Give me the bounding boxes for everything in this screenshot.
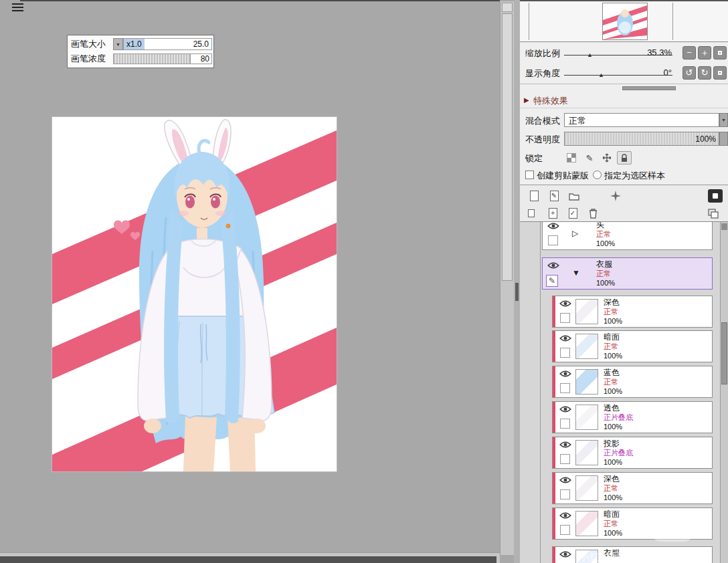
delete-layer-icon[interactable] bbox=[585, 207, 600, 220]
lock-all-icon[interactable] bbox=[617, 151, 632, 164]
blend-mode-select[interactable]: 正常 bbox=[564, 113, 719, 127]
layer-row-head[interactable]: ▷ 头 正常 100% bbox=[542, 222, 713, 250]
opacity-slider[interactable]: 100% bbox=[564, 132, 719, 146]
layer-thumbnail[interactable] bbox=[575, 369, 598, 395]
zoom-slider-marker-icon[interactable]: ▲ bbox=[587, 51, 593, 58]
new-folder-icon[interactable] bbox=[567, 189, 581, 203]
angle-slider-marker-icon[interactable]: ▲ bbox=[598, 72, 604, 78]
visibility-eye-icon[interactable] bbox=[559, 550, 571, 558]
zoom-out-button[interactable]: − bbox=[682, 46, 696, 60]
layer-mask-thumbnail[interactable] bbox=[548, 235, 558, 245]
layer-row-blue[interactable]: 蓝色 正常 100% bbox=[552, 366, 713, 398]
panel-splitter[interactable] bbox=[514, 0, 520, 563]
effects-expand-icon[interactable]: ▶ bbox=[524, 96, 529, 104]
layer-list-scrollbar[interactable] bbox=[720, 222, 728, 563]
layer-scroll-thumb[interactable] bbox=[721, 322, 727, 384]
rotate-cw-button[interactable]: ↻ bbox=[698, 66, 711, 80]
navigator-thumbnail[interactable] bbox=[602, 3, 648, 40]
lock-move-icon[interactable] bbox=[600, 151, 614, 164]
zoom-reset-button[interactable] bbox=[713, 46, 727, 60]
layer-row-shadow[interactable]: 投影 正片叠底 100% bbox=[552, 437, 713, 469]
layer-row-shade1[interactable]: 暗面 正常 100% bbox=[552, 330, 713, 362]
angle-reset-button[interactable] bbox=[713, 66, 727, 80]
layer-thumbnail[interactable] bbox=[575, 440, 598, 465]
edit-target-pencil-icon[interactable]: ✎ bbox=[546, 275, 558, 287]
splitter-handle[interactable] bbox=[515, 283, 519, 301]
brush-size-value[interactable]: 25.0 bbox=[193, 39, 211, 49]
layer-mask-thumbnail[interactable] bbox=[560, 348, 570, 358]
layer-mask-thumbnail[interactable] bbox=[560, 454, 570, 464]
layer-row-clothes-folder[interactable]: ✎ ▼ 衣服 正常 100% bbox=[542, 257, 713, 290]
lock-pencil-icon[interactable]: ✎ bbox=[582, 151, 597, 164]
layer-blend-mode: 正常 bbox=[604, 307, 622, 316]
canvas-top-border bbox=[20, 0, 500, 1]
blend-dropdown-icon[interactable]: ▼ bbox=[719, 113, 728, 127]
canvas-horizontal-scrollbar[interactable] bbox=[0, 552, 500, 563]
record-button[interactable] bbox=[708, 189, 723, 203]
special-effects-header[interactable]: ▶ 特殊效果 bbox=[520, 93, 728, 108]
zoom-value[interactable]: 35.3% bbox=[647, 47, 672, 58]
layer-row-tint[interactable]: 透色 正片叠底 100% bbox=[552, 401, 713, 433]
brush-density-slider[interactable] bbox=[113, 53, 191, 64]
lock-transparency-icon[interactable] bbox=[564, 151, 579, 164]
blend-mode-row: 混合模式 正常 ▼ bbox=[520, 112, 728, 129]
layer-name: 投影 bbox=[604, 439, 633, 448]
vertical-scroll-thumb[interactable] bbox=[502, 13, 513, 281]
layer-mask-thumbnail[interactable] bbox=[560, 419, 570, 429]
visibility-eye-icon[interactable] bbox=[559, 300, 571, 308]
layer-mask-thumbnail[interactable] bbox=[560, 525, 570, 535]
effect-wand-icon[interactable] bbox=[608, 189, 623, 203]
clip-toggle-icon[interactable] bbox=[524, 207, 539, 220]
folder-expanded-icon[interactable]: ▼ bbox=[572, 268, 580, 277]
brush-size-field[interactable]: x1.0 25.0 bbox=[123, 38, 212, 50]
zoom-in-button[interactable]: ＋ bbox=[698, 46, 711, 60]
clip-mask-checkbox[interactable] bbox=[525, 171, 534, 179]
layer-thumbnail[interactable] bbox=[575, 334, 598, 359]
brush-density-value[interactable]: 80 bbox=[191, 53, 212, 64]
layer-scroll-up-button[interactable] bbox=[721, 223, 727, 230]
add-layer-icon[interactable]: ＋ bbox=[545, 207, 560, 220]
navigator-splitter-handle[interactable] bbox=[622, 86, 676, 90]
layer-mask-thumbnail[interactable] bbox=[560, 383, 570, 393]
layer-row-dark2[interactable]: 深色 正常 100% bbox=[552, 472, 713, 504]
layer-mask-thumbnail[interactable] bbox=[560, 489, 570, 499]
menu-icon[interactable] bbox=[12, 3, 23, 11]
layer-thumbnail[interactable] bbox=[575, 475, 598, 501]
layer-row-dark1[interactable]: 深色 正常 100% bbox=[552, 296, 713, 328]
layer-blend-mode: 正片叠底 bbox=[604, 413, 633, 422]
visibility-eye-icon[interactable] bbox=[547, 261, 559, 269]
visibility-eye-icon[interactable] bbox=[547, 222, 559, 230]
watermark-text: 小红书号：9899500650 bbox=[579, 551, 695, 563]
canvas-area[interactable]: 画笔大小 ▼ x1.0 25.0 画笔浓度 80 bbox=[0, 0, 515, 563]
folder-collapsed-icon[interactable]: ▷ bbox=[572, 229, 578, 238]
apply-layer-icon[interactable]: ✓ bbox=[565, 207, 580, 220]
new-vector-layer-icon[interactable]: ✎ bbox=[547, 189, 561, 203]
layer-thumbnail[interactable] bbox=[575, 299, 598, 324]
rotate-ccw-button[interactable]: ↺ bbox=[682, 66, 696, 80]
new-layer-icon[interactable] bbox=[527, 189, 541, 203]
brush-size-unit[interactable]: x1.0 bbox=[124, 39, 145, 49]
angle-label: 显示角度 bbox=[525, 68, 560, 80]
visibility-eye-icon[interactable] bbox=[559, 405, 571, 413]
canvas-artwork[interactable] bbox=[52, 117, 337, 471]
selection-sample-radio[interactable] bbox=[593, 171, 602, 179]
brush-size-dropdown-icon[interactable]: ▼ bbox=[113, 38, 123, 50]
visibility-eye-icon[interactable] bbox=[559, 334, 571, 342]
angle-value[interactable]: 0° bbox=[664, 68, 672, 78]
transfer-layer-icon[interactable] bbox=[706, 207, 721, 220]
clipping-mask-indicator bbox=[553, 508, 555, 539]
scroll-up-button[interactable] bbox=[502, 3, 513, 12]
opacity-slider-nub[interactable] bbox=[719, 132, 728, 146]
visibility-eye-icon[interactable] bbox=[559, 441, 571, 449]
angle-slider[interactable] bbox=[564, 75, 672, 76]
layer-thumbnail[interactable] bbox=[575, 405, 598, 430]
visibility-eye-icon[interactable] bbox=[559, 512, 571, 520]
visibility-eye-icon[interactable] bbox=[559, 370, 571, 378]
canvas-vertical-scrollbar[interactable] bbox=[500, 1, 514, 555]
horizontal-scroll-thumb[interactable] bbox=[0, 556, 496, 563]
layer-blend-mode: 正常 bbox=[604, 377, 622, 386]
layer-mask-thumbnail[interactable] bbox=[560, 313, 570, 323]
clipping-mask-indicator bbox=[553, 547, 555, 563]
layer-thumbnail[interactable] bbox=[575, 511, 598, 536]
visibility-eye-icon[interactable] bbox=[559, 476, 571, 484]
